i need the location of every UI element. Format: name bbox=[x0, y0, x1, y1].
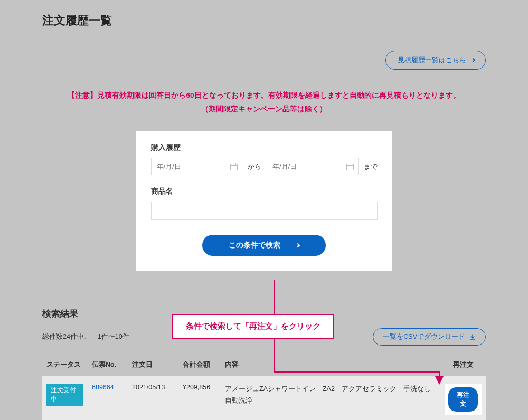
reorder-button[interactable]: 再注文 bbox=[448, 387, 478, 412]
page-title: 注文履歴一覧 bbox=[42, 13, 486, 28]
chevron-right-icon bbox=[471, 58, 475, 62]
download-icon bbox=[469, 334, 476, 340]
product-name-label: 商品名 bbox=[151, 187, 378, 196]
csv-download-label: 一覧をCSVでダウンロード bbox=[383, 332, 465, 341]
calendar-icon bbox=[230, 163, 238, 171]
col-date: 注文日 bbox=[128, 354, 178, 376]
date-from-separator: から bbox=[248, 162, 261, 171]
svg-rect-0 bbox=[231, 164, 238, 170]
status-badge: 注文受付中 bbox=[46, 384, 83, 406]
table-row: 注文受付中6896642021/05/13¥209,856アメージュZAシャワー… bbox=[42, 376, 486, 420]
chevron-right-icon bbox=[296, 243, 300, 247]
date-to-input[interactable] bbox=[267, 158, 359, 175]
svg-rect-4 bbox=[346, 164, 353, 170]
col-reorder: 再注文 bbox=[440, 354, 486, 376]
notice-line-1: 【注意】見積有効期限は回答日から60日となっております。有効期限を経過しますと自… bbox=[42, 89, 486, 102]
date-to-separator: まで bbox=[364, 162, 378, 171]
purchase-history-label: 購入履歴 bbox=[151, 143, 378, 152]
notice-line-2: （期間限定キャンペーン品等は除く） bbox=[42, 102, 486, 116]
order-amount: ¥209,856 bbox=[178, 376, 221, 420]
order-date: 2021/05/13 bbox=[128, 376, 178, 420]
search-button[interactable]: この条件で検索 bbox=[202, 235, 326, 256]
col-content: 内容 bbox=[221, 354, 440, 376]
results-table: ステータス 伝票No. 注文日 合計金額 内容 再注文 注文受付中6896642… bbox=[42, 354, 486, 420]
quote-history-link-label: 見積履歴一覧はこちら bbox=[398, 55, 466, 65]
product-name-input[interactable] bbox=[151, 202, 378, 220]
date-from-input[interactable] bbox=[151, 158, 243, 175]
results-count: 総件数24件中、 1件〜10件 bbox=[42, 332, 129, 341]
calendar-icon bbox=[346, 163, 354, 171]
col-slip: 伝票No. bbox=[88, 354, 128, 376]
quote-history-link[interactable]: 見積履歴一覧はこちら bbox=[385, 51, 486, 70]
annotation-callout: 条件で検索して「再注文」をクリック bbox=[172, 314, 334, 339]
slip-link[interactable]: 689664 bbox=[92, 384, 114, 391]
col-amount: 合計金額 bbox=[178, 354, 221, 376]
notice-text: 【注意】見積有効期限は回答日から60日となっております。有効期限を経過しますと自… bbox=[42, 89, 486, 116]
csv-download-button[interactable]: 一覧をCSVでダウンロード bbox=[373, 328, 486, 346]
search-button-label: この条件で検索 bbox=[229, 241, 280, 250]
search-panel: 購入履歴 から まで 商品名 bbox=[136, 131, 392, 271]
col-status: ステータス bbox=[42, 354, 88, 376]
order-content: アメージュZAシャワートイレ ZA2 アクアセラミック 手洗なし 自動洗浄 bbox=[221, 376, 440, 420]
